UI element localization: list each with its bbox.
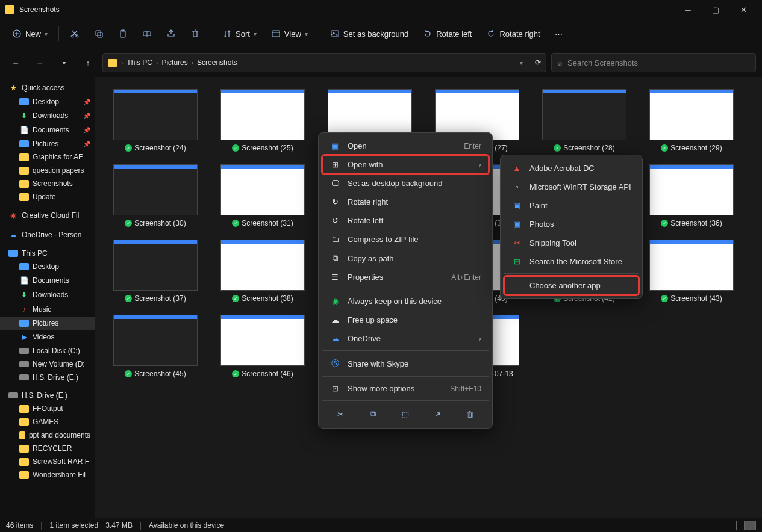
file-item[interactable]: ✓ Screenshot (46) xyxy=(214,315,311,386)
sidebar-hs-drive-1[interactable]: H.$. Drive (E:) xyxy=(0,371,95,384)
sidebar-quick-access[interactable]: ★Quick access xyxy=(0,81,95,95)
sort-button[interactable]: Sort ▾ xyxy=(216,25,263,42)
sidebar-ffoutput[interactable]: FFOutput xyxy=(0,402,95,415)
search-input[interactable]: ⌕ Search Screenshots xyxy=(551,53,756,72)
copy-button[interactable] xyxy=(88,25,110,42)
sidebar-desktop[interactable]: Desktop📌 xyxy=(0,95,95,108)
file-item[interactable]: ✓ Screenshot (31) xyxy=(214,164,311,227)
delete-button[interactable] xyxy=(184,25,206,42)
sidebar-creative-cloud[interactable]: ◉Creative Cloud Fil xyxy=(0,208,95,223)
up-button[interactable]: ↑ xyxy=(78,53,98,72)
sidebar-screwsoft[interactable]: ScrewSoft RAR F xyxy=(0,455,95,468)
submenu-choose-another[interactable]: Choose another app xyxy=(504,276,639,295)
new-button[interactable]: New ▾ xyxy=(6,25,54,42)
sidebar-screenshots[interactable]: Screenshots xyxy=(0,177,95,190)
file-item[interactable]: ✓ Screenshot (25) xyxy=(214,89,311,152)
sidebar-pc-desktop[interactable]: Desktop xyxy=(0,260,95,273)
rotate-right-button[interactable]: Rotate right xyxy=(480,25,546,42)
sidebar-pc-documents[interactable]: 📄Documents xyxy=(0,273,95,288)
ctx-set-bg[interactable]: 🖵Set as desktop background xyxy=(322,174,489,193)
file-item[interactable]: ✓ Screenshot (30) xyxy=(107,164,204,227)
more-button[interactable]: ⋯ xyxy=(549,26,569,42)
sidebar-pc-music[interactable]: ♪Music xyxy=(0,302,95,317)
ctx-freeup[interactable]: ☁Free up space xyxy=(322,311,489,329)
crumb-thispc[interactable]: This PC xyxy=(126,58,152,67)
sidebar-new-volume[interactable]: New Volume (D: xyxy=(0,357,95,371)
sidebar-pc-videos[interactable]: ▶Videos xyxy=(0,330,95,344)
sidebar-downloads[interactable]: ⬇Downloads📌 xyxy=(0,108,95,123)
sidebar-games[interactable]: GAMES xyxy=(0,415,95,428)
grid-icon: ⊞ xyxy=(329,160,340,169)
file-item[interactable]: ✓ Screenshot (45) xyxy=(107,315,204,386)
paste-button[interactable] xyxy=(112,25,134,42)
ctx-copy-button[interactable]: ⧉ xyxy=(363,406,383,422)
submenu-winrt[interactable]: ▫Microsoft WinRT Storage API xyxy=(504,178,639,196)
creative-cloud-icon: ◉ xyxy=(8,211,18,220)
sidebar-pc-pictures[interactable]: Pictures xyxy=(0,317,95,330)
ctx-copy-path[interactable]: ⧉Copy as path xyxy=(322,249,489,268)
ctx-rotate-left[interactable]: ↺Rotate left xyxy=(322,211,489,230)
sidebar-documents[interactable]: 📄Documents📌 xyxy=(0,123,95,137)
thumbnail xyxy=(220,164,305,215)
file-item[interactable]: ✓ Screenshot (28) xyxy=(536,89,632,152)
ctx-skype[interactable]: ⓈShare with Skype xyxy=(322,353,489,374)
sidebar-onedrive[interactable]: ☁OneDrive - Person xyxy=(0,227,95,242)
history-dropdown-icon[interactable]: ▾ xyxy=(520,60,523,66)
ctx-properties[interactable]: ☰PropertiesAlt+Enter xyxy=(322,268,489,286)
sidebar-pc-downloads[interactable]: ⬇Downloads xyxy=(0,288,95,302)
rename-button[interactable] xyxy=(136,25,158,42)
submenu-photos[interactable]: ▣Photos xyxy=(504,215,639,234)
folder-icon xyxy=(19,418,29,426)
ctx-onedrive[interactable]: ☁OneDrive› xyxy=(322,329,489,348)
thumbnails-view-button[interactable] xyxy=(744,521,756,530)
close-button[interactable]: ✕ xyxy=(729,0,757,19)
ctx-more[interactable]: ⊡Show more optionsShift+F10 xyxy=(322,379,489,398)
ctx-rotate-right[interactable]: ↻Rotate right xyxy=(322,193,489,211)
sidebar-pictures[interactable]: Pictures📌 xyxy=(0,137,95,150)
sidebar-hs-drive[interactable]: H.$. Drive (E:) xyxy=(0,389,95,402)
ctx-keep[interactable]: ◉Always keep on this device xyxy=(322,292,489,311)
share-button[interactable] xyxy=(160,25,182,42)
rotate-left-button[interactable]: Rotate left xyxy=(417,25,478,42)
file-item[interactable]: ✓ Screenshot (29) xyxy=(643,89,740,152)
ctx-cut-button[interactable]: ✂ xyxy=(331,406,351,422)
file-item[interactable]: ✓ Screenshot (37) xyxy=(107,240,204,303)
sidebar-update[interactable]: Update xyxy=(0,190,95,203)
ctx-open-with[interactable]: ⊞Open with› xyxy=(322,155,489,174)
file-item[interactable]: ✓ Screenshot (24) xyxy=(107,89,204,152)
sidebar[interactable]: ★Quick access Desktop📌 ⬇Downloads📌 📄Docu… xyxy=(0,77,95,518)
details-view-button[interactable] xyxy=(725,521,737,530)
maximize-button[interactable]: ▢ xyxy=(702,0,729,19)
sidebar-local-disk[interactable]: Local Disk (C:) xyxy=(0,344,95,357)
ctx-delete-button[interactable]: 🗑 xyxy=(460,406,479,422)
sync-icon: ✓ xyxy=(661,295,668,302)
sidebar-question[interactable]: question papers xyxy=(0,164,95,177)
submenu-store[interactable]: ⊞Search the Microsoft Store xyxy=(504,252,639,271)
file-item[interactable]: ✓ Screenshot (43) xyxy=(643,240,740,303)
forward-button[interactable]: → xyxy=(30,53,49,72)
sidebar-graphics[interactable]: Graphics for AF xyxy=(0,150,95,164)
sidebar-thispc[interactable]: This PC xyxy=(0,247,95,260)
ctx-rename-button[interactable]: ⬚ xyxy=(396,406,415,422)
refresh-button[interactable]: ⟳ xyxy=(535,58,541,67)
sidebar-recycler[interactable]: RECYCLER xyxy=(0,442,95,455)
submenu-acrobat[interactable]: ▲Adobe Acrobat DC xyxy=(504,159,639,178)
back-button[interactable]: ← xyxy=(6,53,25,72)
sidebar-ppt[interactable]: ppt and documents xyxy=(0,428,95,442)
ctx-compress[interactable]: 🗀Compress to ZIP file xyxy=(322,230,489,249)
crumb-screenshots[interactable]: Screenshots xyxy=(197,58,237,67)
file-item[interactable]: ✓ Screenshot (38) xyxy=(214,240,311,303)
submenu-paint[interactable]: ▣Paint xyxy=(504,196,639,215)
recent-button[interactable]: ▾ xyxy=(54,53,73,72)
view-button[interactable]: View ▾ xyxy=(265,25,314,42)
minimize-button[interactable]: ─ xyxy=(674,0,702,19)
cut-button[interactable] xyxy=(64,25,86,42)
ctx-share-button[interactable]: ↗ xyxy=(428,406,448,422)
crumb-pictures[interactable]: Pictures xyxy=(161,58,187,67)
file-item[interactable]: ✓ Screenshot (36) xyxy=(643,164,740,227)
set-background-button[interactable]: Set as background xyxy=(324,25,414,42)
sidebar-wondershare[interactable]: Wondershare Fil xyxy=(0,468,95,481)
breadcrumb[interactable]: › This PC › Pictures › Screenshots ▾ ⟳ xyxy=(102,53,546,72)
submenu-snipping[interactable]: ✂Snipping Tool xyxy=(504,234,639,252)
ctx-open[interactable]: ▣OpenEnter xyxy=(322,137,489,155)
